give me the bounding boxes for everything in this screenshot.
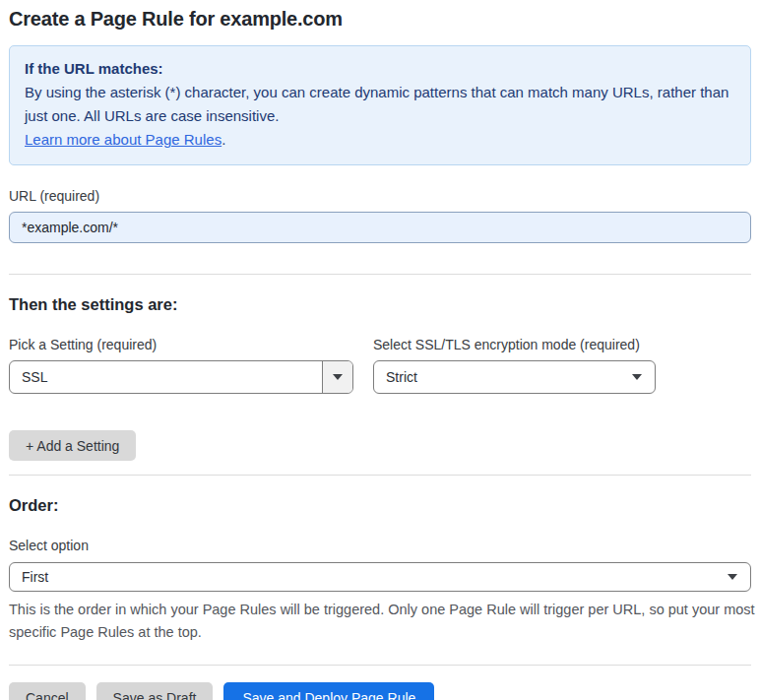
save-draft-button[interactable]: Save as Draft (96, 682, 214, 700)
url-field-label: URL (required) (9, 188, 751, 204)
order-select-label: Select option (9, 538, 751, 553)
caret-down-icon (632, 374, 642, 380)
ssl-mode-select[interactable]: Strict (373, 360, 656, 394)
pick-setting-column: Pick a Setting (required) SSL (9, 314, 353, 394)
footer-actions: Cancel Save as Draft Save and Deploy Pag… (9, 682, 751, 700)
caret-down-icon (333, 374, 343, 380)
learn-more-link[interactable]: Learn more about Page Rules (25, 131, 222, 148)
settings-section-heading: Then the settings are: (9, 295, 751, 314)
ssl-mode-value: Strict (374, 369, 417, 385)
info-box-body: By using the asterisk (*) character, you… (25, 81, 735, 128)
info-box-link-line: Learn more about Page Rules. (25, 128, 735, 152)
ssl-mode-label: Select SSL/TLS encryption mode (required… (373, 337, 656, 352)
add-setting-button[interactable]: + Add a Setting (9, 430, 136, 461)
pick-setting-caret-section[interactable] (322, 361, 352, 393)
info-box-heading: If the URL matches: (25, 57, 735, 81)
caret-down-icon (728, 574, 737, 580)
section-divider (9, 274, 751, 275)
url-input[interactable] (9, 212, 751, 243)
page-title: Create a Page Rule for example.com (9, 6, 751, 31)
settings-selects-row: Pick a Setting (required) SSL Select SSL… (9, 314, 751, 394)
url-match-info-box: If the URL matches: By using the asteris… (9, 45, 751, 165)
save-deploy-button[interactable]: Save and Deploy Page Rule (223, 682, 434, 700)
order-select-value: First (10, 569, 48, 585)
link-suffix: . (222, 131, 225, 148)
page-rule-form: Create a Page Rule for example.com If th… (0, 0, 760, 700)
section-divider (9, 475, 751, 476)
ssl-mode-column: Select SSL/TLS encryption mode (required… (373, 314, 656, 394)
cancel-button[interactable]: Cancel (9, 682, 86, 700)
pick-setting-value: SSL (10, 369, 47, 385)
order-select[interactable]: First (9, 562, 751, 592)
order-help-text: This is the order in which your Page Rul… (9, 599, 757, 644)
order-section-heading: Order: (9, 496, 751, 515)
footer-divider (9, 665, 751, 666)
pick-setting-label: Pick a Setting (required) (9, 337, 353, 352)
pick-setting-select[interactable]: SSL (9, 360, 353, 394)
